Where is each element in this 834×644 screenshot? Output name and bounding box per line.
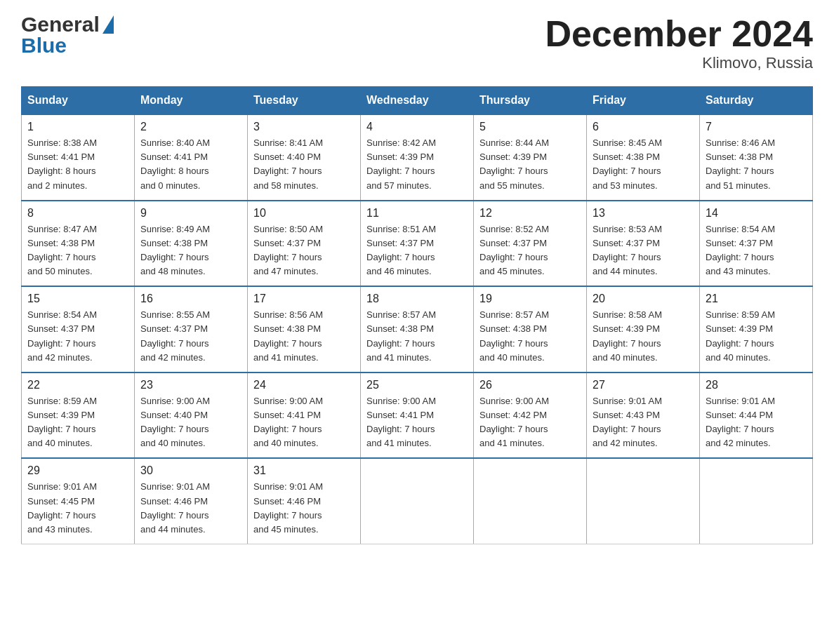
day-number: 30 [140,464,241,477]
col-header-wednesday: Wednesday [361,87,474,115]
day-number: 4 [366,121,468,133]
col-header-sunday: Sunday [22,87,135,115]
calendar-week-5: 29Sunrise: 9:01 AM Sunset: 4:45 PM Dayli… [22,458,813,544]
day-info: Sunrise: 8:41 AM Sunset: 4:40 PM Dayligh… [253,136,355,193]
day-number: 7 [706,121,807,133]
col-header-friday: Friday [587,87,700,115]
day-info: Sunrise: 8:38 AM Sunset: 4:41 PM Dayligh… [27,136,128,193]
calendar-cell [587,458,700,544]
calendar-cell [700,458,813,544]
calendar-cell: 15Sunrise: 8:54 AM Sunset: 4:37 PM Dayli… [22,286,135,373]
day-number: 28 [706,379,807,391]
day-info: Sunrise: 8:42 AM Sunset: 4:39 PM Dayligh… [366,136,468,193]
calendar-cell: 29Sunrise: 9:01 AM Sunset: 4:45 PM Dayli… [22,458,135,544]
calendar-cell: 25Sunrise: 9:00 AM Sunset: 4:41 PM Dayli… [361,373,474,459]
day-info: Sunrise: 8:54 AM Sunset: 4:37 PM Dayligh… [27,308,128,365]
calendar-week-1: 1Sunrise: 8:38 AM Sunset: 4:41 PM Daylig… [22,114,813,201]
calendar-cell: 8Sunrise: 8:47 AM Sunset: 4:38 PM Daylig… [22,201,135,287]
day-info: Sunrise: 8:49 AM Sunset: 4:38 PM Dayligh… [140,222,241,279]
day-number: 29 [27,464,128,477]
day-info: Sunrise: 9:01 AM Sunset: 4:45 PM Dayligh… [27,480,128,537]
day-info: Sunrise: 8:44 AM Sunset: 4:39 PM Dayligh… [479,136,581,193]
day-info: Sunrise: 9:00 AM Sunset: 4:41 PM Dayligh… [366,394,468,451]
day-info: Sunrise: 8:59 AM Sunset: 4:39 PM Dayligh… [706,308,807,365]
day-info: Sunrise: 8:57 AM Sunset: 4:38 PM Dayligh… [366,308,468,365]
day-info: Sunrise: 8:58 AM Sunset: 4:39 PM Dayligh… [593,308,694,365]
col-header-thursday: Thursday [474,87,587,115]
calendar-cell: 12Sunrise: 8:52 AM Sunset: 4:37 PM Dayli… [474,201,587,287]
day-info: Sunrise: 8:45 AM Sunset: 4:38 PM Dayligh… [593,136,694,193]
day-number: 19 [479,293,581,305]
day-info: Sunrise: 8:56 AM Sunset: 4:38 PM Dayligh… [253,308,355,365]
day-number: 20 [593,293,694,305]
day-info: Sunrise: 9:00 AM Sunset: 4:42 PM Dayligh… [479,394,581,451]
day-info: Sunrise: 8:54 AM Sunset: 4:37 PM Dayligh… [706,222,807,279]
day-number: 16 [140,293,241,305]
day-number: 25 [366,379,468,391]
day-info: Sunrise: 8:51 AM Sunset: 4:37 PM Dayligh… [366,222,468,279]
col-header-tuesday: Tuesday [248,87,361,115]
logo-blue-text: Blue [21,35,114,56]
day-info: Sunrise: 9:01 AM Sunset: 4:46 PM Dayligh… [140,480,241,537]
day-number: 5 [479,121,581,133]
day-number: 15 [27,293,128,305]
day-number: 22 [27,379,128,391]
day-info: Sunrise: 9:00 AM Sunset: 4:40 PM Dayligh… [140,394,241,451]
calendar-cell: 30Sunrise: 9:01 AM Sunset: 4:46 PM Dayli… [135,458,248,544]
day-number: 3 [253,121,355,133]
col-header-monday: Monday [135,87,248,115]
page-header: General Blue December 2024 Klimovo, Russ… [21,14,813,72]
calendar-week-2: 8Sunrise: 8:47 AM Sunset: 4:38 PM Daylig… [22,201,813,287]
calendar-week-3: 15Sunrise: 8:54 AM Sunset: 4:37 PM Dayli… [22,286,813,373]
calendar-week-4: 22Sunrise: 8:59 AM Sunset: 4:39 PM Dayli… [22,373,813,459]
calendar-cell: 20Sunrise: 8:58 AM Sunset: 4:39 PM Dayli… [587,286,700,373]
day-info: Sunrise: 8:50 AM Sunset: 4:37 PM Dayligh… [253,222,355,279]
day-info: Sunrise: 8:57 AM Sunset: 4:38 PM Dayligh… [479,308,581,365]
logo: General Blue [21,14,114,56]
day-info: Sunrise: 8:46 AM Sunset: 4:38 PM Dayligh… [706,136,807,193]
logo-triangle-icon [102,15,114,34]
calendar-table: SundayMondayTuesdayWednesdayThursdayFrid… [21,86,813,544]
day-number: 2 [140,121,241,133]
logo-general-text: General [21,14,100,35]
day-number: 1 [27,121,128,133]
day-info: Sunrise: 9:00 AM Sunset: 4:41 PM Dayligh… [253,394,355,451]
day-number: 14 [706,207,807,220]
calendar-cell: 28Sunrise: 9:01 AM Sunset: 4:44 PM Dayli… [700,373,813,459]
subtitle: Klimovo, Russia [545,54,813,72]
day-info: Sunrise: 8:59 AM Sunset: 4:39 PM Dayligh… [27,394,128,451]
calendar-cell: 13Sunrise: 8:53 AM Sunset: 4:37 PM Dayli… [587,201,700,287]
calendar-cell: 4Sunrise: 8:42 AM Sunset: 4:39 PM Daylig… [361,114,474,201]
col-header-saturday: Saturday [700,87,813,115]
day-info: Sunrise: 8:55 AM Sunset: 4:37 PM Dayligh… [140,308,241,365]
calendar-cell: 22Sunrise: 8:59 AM Sunset: 4:39 PM Dayli… [22,373,135,459]
calendar-cell: 7Sunrise: 8:46 AM Sunset: 4:38 PM Daylig… [700,114,813,201]
calendar-cell [361,458,474,544]
day-number: 21 [706,293,807,305]
day-number: 8 [27,207,128,220]
main-title: December 2024 [545,14,813,54]
calendar-cell: 26Sunrise: 9:00 AM Sunset: 4:42 PM Dayli… [474,373,587,459]
day-number: 27 [593,379,694,391]
day-number: 17 [253,293,355,305]
calendar-header-row: SundayMondayTuesdayWednesdayThursdayFrid… [22,87,813,115]
day-number: 10 [253,207,355,220]
calendar-cell: 19Sunrise: 8:57 AM Sunset: 4:38 PM Dayli… [474,286,587,373]
day-info: Sunrise: 9:01 AM Sunset: 4:46 PM Dayligh… [253,480,355,537]
calendar-cell: 31Sunrise: 9:01 AM Sunset: 4:46 PM Dayli… [248,458,361,544]
day-number: 23 [140,379,241,391]
calendar-cell: 5Sunrise: 8:44 AM Sunset: 4:39 PM Daylig… [474,114,587,201]
calendar-cell: 21Sunrise: 8:59 AM Sunset: 4:39 PM Dayli… [700,286,813,373]
day-number: 31 [253,464,355,477]
calendar-cell: 17Sunrise: 8:56 AM Sunset: 4:38 PM Dayli… [248,286,361,373]
calendar-cell: 27Sunrise: 9:01 AM Sunset: 4:43 PM Dayli… [587,373,700,459]
calendar-cell: 23Sunrise: 9:00 AM Sunset: 4:40 PM Dayli… [135,373,248,459]
day-info: Sunrise: 8:53 AM Sunset: 4:37 PM Dayligh… [593,222,694,279]
day-info: Sunrise: 8:47 AM Sunset: 4:38 PM Dayligh… [27,222,128,279]
day-number: 24 [253,379,355,391]
day-info: Sunrise: 9:01 AM Sunset: 4:44 PM Dayligh… [706,394,807,451]
day-number: 13 [593,207,694,220]
day-number: 6 [593,121,694,133]
day-info: Sunrise: 9:01 AM Sunset: 4:43 PM Dayligh… [593,394,694,451]
title-block: December 2024 Klimovo, Russia [545,14,813,72]
